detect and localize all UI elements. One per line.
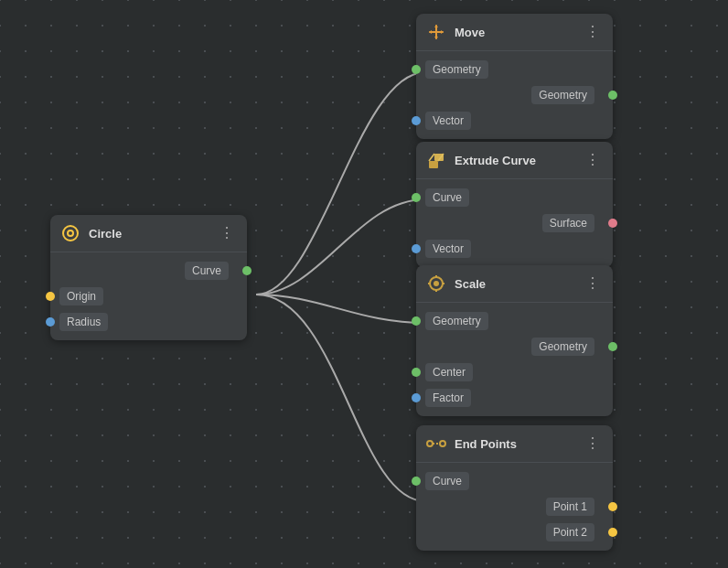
- endpoints-icon: [425, 433, 447, 455]
- extrude-curve-in-socket[interactable]: [412, 193, 421, 202]
- extrude-input-vector: Vector: [416, 236, 613, 262]
- extrude-vector-socket[interactable]: [412, 244, 421, 253]
- svg-point-7: [434, 281, 439, 286]
- extrude-vector-label: Vector: [425, 240, 471, 258]
- move-input-geometry: Geometry: [416, 57, 613, 82]
- scale-geometry-out-label: Geometry: [531, 338, 594, 356]
- scale-output-geometry: Geometry: [416, 334, 613, 359]
- endpoints-curve-socket[interactable]: [412, 477, 421, 486]
- scale-title: Scale: [455, 277, 486, 291]
- svg-rect-2: [429, 161, 438, 168]
- scale-factor-label: Factor: [425, 389, 471, 407]
- extrude-node-header: Extrude Curve ⋮: [416, 142, 613, 179]
- move-vector-label: Vector: [425, 112, 471, 130]
- endpoints-title-group: End Points: [425, 433, 517, 455]
- move-geometry-in-label: Geometry: [425, 60, 488, 79]
- svg-point-0: [63, 226, 78, 241]
- endpoints-node-header: End Points ⋮: [416, 425, 613, 463]
- circle-curve-label: Curve: [185, 262, 229, 280]
- extrude-node-body: Curve Surface Vector: [416, 179, 613, 267]
- move-title: Move: [455, 26, 485, 39]
- circle-menu-button[interactable]: ⋮: [216, 224, 238, 242]
- endpoints-point2-socket[interactable]: [608, 528, 617, 537]
- circle-origin-label: Origin: [59, 287, 103, 305]
- extrude-title-group: Extrude Curve: [425, 149, 536, 171]
- scale-factor-socket[interactable]: [412, 393, 421, 402]
- extrude-surface-socket[interactable]: [608, 219, 617, 228]
- move-input-vector: Vector: [416, 108, 613, 134]
- move-geometry-out-socket[interactable]: [608, 91, 617, 100]
- move-node: Move ⋮ Geometry Geometry Vector: [416, 14, 613, 139]
- scale-center-label: Center: [425, 363, 473, 381]
- circle-input-radius: Radius: [50, 309, 247, 335]
- scale-icon: [425, 273, 447, 295]
- svg-point-1: [68, 230, 73, 236]
- scale-menu-button[interactable]: ⋮: [582, 274, 604, 293]
- move-icon: [425, 21, 447, 43]
- scale-input-center: Center: [416, 359, 613, 385]
- circle-title-group: Circle: [59, 222, 122, 244]
- endpoints-point2-label: Point 2: [546, 523, 594, 541]
- extrude-output-surface: Surface: [416, 210, 613, 236]
- circle-origin-socket[interactable]: [46, 292, 55, 301]
- move-node-header: Move ⋮: [416, 14, 613, 51]
- circle-input-origin: Origin: [50, 284, 247, 309]
- scale-node: Scale ⋮ Geometry Geometry Center Factor: [416, 265, 613, 416]
- extrude-curve-in-label: Curve: [425, 188, 469, 207]
- endpoints-node-body: Curve Point 1 Point 2: [416, 463, 613, 551]
- circle-output-curve: Curve: [50, 258, 247, 284]
- move-node-body: Geometry Geometry Vector: [416, 51, 613, 139]
- endpoints-menu-button[interactable]: ⋮: [582, 434, 604, 453]
- circle-node-body: Curve Origin Radius: [50, 252, 247, 340]
- move-geometry-in-socket[interactable]: [412, 65, 421, 74]
- scale-title-group: Scale: [425, 273, 486, 295]
- endpoints-node: End Points ⋮ Curve Point 1 Point 2: [416, 425, 613, 551]
- circle-node: Circle ⋮ Curve Origin Radius: [50, 215, 247, 340]
- circle-icon: [59, 222, 81, 244]
- scale-input-geometry: Geometry: [416, 308, 613, 334]
- endpoints-output-point1: Point 1: [416, 494, 613, 520]
- extrude-icon: [425, 149, 447, 171]
- scale-geometry-in-socket[interactable]: [412, 316, 421, 326]
- endpoints-title: End Points: [455, 437, 517, 451]
- circle-title: Circle: [89, 227, 122, 241]
- scale-geometry-in-label: Geometry: [425, 312, 488, 330]
- svg-point-12: [427, 441, 433, 446]
- move-vector-socket[interactable]: [412, 116, 421, 125]
- extrude-menu-button[interactable]: ⋮: [582, 151, 604, 169]
- extrude-title: Extrude Curve: [455, 154, 536, 167]
- circle-curve-socket[interactable]: [242, 266, 252, 275]
- scale-node-header: Scale ⋮: [416, 265, 613, 303]
- scale-geometry-out-socket[interactable]: [608, 342, 617, 351]
- extrude-surface-label: Surface: [542, 214, 594, 232]
- svg-point-13: [440, 441, 445, 446]
- svg-line-4: [429, 154, 434, 161]
- circle-radius-socket[interactable]: [46, 317, 55, 327]
- move-geometry-out-label: Geometry: [531, 86, 594, 104]
- endpoints-curve-label: Curve: [425, 472, 469, 490]
- circle-radius-label: Radius: [59, 313, 108, 331]
- endpoints-input-curve: Curve: [416, 468, 613, 494]
- move-title-group: Move: [425, 21, 485, 43]
- move-menu-button[interactable]: ⋮: [582, 23, 604, 41]
- scale-node-body: Geometry Geometry Center Factor: [416, 303, 613, 416]
- extrude-input-curve: Curve: [416, 185, 613, 210]
- endpoints-output-point2: Point 2: [416, 520, 613, 545]
- scale-input-factor: Factor: [416, 385, 613, 411]
- endpoints-point1-label: Point 1: [546, 498, 594, 516]
- move-output-geometry: Geometry: [416, 82, 613, 108]
- endpoints-point1-socket[interactable]: [608, 502, 617, 511]
- extrude-node: Extrude Curve ⋮ Curve Surface Vector: [416, 142, 613, 267]
- scale-center-socket[interactable]: [412, 368, 421, 377]
- circle-node-header: Circle ⋮: [50, 215, 247, 252]
